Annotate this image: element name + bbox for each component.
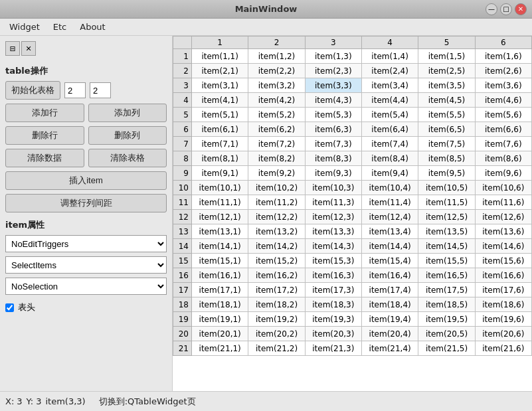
cell-16-1[interactable]: item(16,1) — [192, 268, 248, 283]
cell-18-4[interactable]: item(18,4) — [361, 297, 418, 312]
cell-10-3[interactable]: item(10,3) — [305, 181, 361, 195]
cell-10-2[interactable]: item(10,2) — [248, 181, 305, 195]
cell-2-5[interactable]: item(2,5) — [418, 64, 475, 78]
menu-about[interactable]: About — [73, 21, 112, 33]
cell-2-3[interactable]: item(2,3) — [305, 64, 361, 78]
cell-12-6[interactable]: item(12,6) — [475, 210, 531, 224]
init-table-button[interactable]: 初始化表格 — [5, 81, 60, 100]
cell-9-6[interactable]: item(9,6) — [475, 166, 531, 181]
cell-14-3[interactable]: item(14,3) — [305, 239, 361, 254]
cell-3-6[interactable]: item(3,6) — [475, 78, 531, 93]
cell-8-2[interactable]: item(8,2) — [248, 151, 305, 166]
cell-3-2[interactable]: item(3,2) — [248, 78, 305, 93]
adjust-spacing-button[interactable]: 调整行列间距 — [5, 194, 167, 212]
cell-7-4[interactable]: item(7,4) — [361, 137, 418, 151]
cell-6-4[interactable]: item(6,4) — [361, 122, 418, 137]
maximize-button[interactable]: □ — [500, 3, 512, 15]
cell-5-6[interactable]: item(5,6) — [475, 108, 531, 122]
cell-19-3[interactable]: item(19,3) — [305, 312, 361, 327]
cell-1-3[interactable]: item(1,3) — [305, 49, 361, 64]
cell-18-2[interactable]: item(18,2) — [248, 297, 305, 312]
menu-etc[interactable]: Etc — [46, 21, 73, 33]
add-col-button[interactable]: 添加列 — [88, 104, 167, 122]
cell-9-4[interactable]: item(9,4) — [361, 166, 418, 181]
cell-16-5[interactable]: item(16,5) — [418, 268, 475, 283]
cell-14-5[interactable]: item(14,5) — [418, 239, 475, 254]
cell-19-5[interactable]: item(19,5) — [418, 312, 475, 327]
cell-15-2[interactable]: item(15,2) — [248, 254, 305, 268]
cell-19-2[interactable]: item(19,2) — [248, 312, 305, 327]
edit-triggers-dropdown[interactable]: NoEditTriggers AllEditTriggers DoubleCli… — [5, 235, 167, 252]
cell-4-6[interactable]: item(4,6) — [475, 93, 531, 108]
cell-7-5[interactable]: item(7,5) — [418, 137, 475, 151]
cell-11-6[interactable]: item(11,6) — [475, 195, 531, 210]
cell-19-6[interactable]: item(19,6) — [475, 312, 531, 327]
insert-item-button[interactable]: 插入item — [5, 171, 167, 190]
cell-11-1[interactable]: item(11,1) — [192, 195, 248, 210]
cell-9-5[interactable]: item(9,5) — [418, 166, 475, 181]
cell-21-2[interactable]: item(21,2) — [248, 341, 305, 356]
table-scroll-container[interactable]: 123456 1item(1,1)item(1,2)item(1,3)item(… — [173, 36, 532, 391]
del-col-button[interactable]: 删除列 — [88, 126, 167, 145]
cell-3-3[interactable]: item(3,3) — [305, 78, 361, 93]
cell-14-2[interactable]: item(14,2) — [248, 239, 305, 254]
cell-20-5[interactable]: item(20,5) — [418, 327, 475, 341]
cell-2-4[interactable]: item(2,4) — [361, 64, 418, 78]
cell-1-2[interactable]: item(1,2) — [248, 49, 305, 64]
cell-3-5[interactable]: item(3,5) — [418, 78, 475, 93]
cell-10-6[interactable]: item(10,6) — [475, 181, 531, 195]
cell-20-2[interactable]: item(20,2) — [248, 327, 305, 341]
cell-8-6[interactable]: item(8,6) — [475, 151, 531, 166]
cell-12-1[interactable]: item(12,1) — [192, 210, 248, 224]
cell-2-1[interactable]: item(2,1) — [192, 64, 248, 78]
cell-13-3[interactable]: item(13,3) — [305, 224, 361, 239]
cell-5-3[interactable]: item(5,3) — [305, 108, 361, 122]
cell-18-1[interactable]: item(18,1) — [192, 297, 248, 312]
cell-15-5[interactable]: item(15,5) — [418, 254, 475, 268]
clear-data-button[interactable]: 清除数据 — [5, 149, 84, 167]
cell-12-4[interactable]: item(12,4) — [361, 210, 418, 224]
close-button[interactable]: ✕ — [515, 3, 527, 15]
cell-12-2[interactable]: item(12,2) — [248, 210, 305, 224]
cell-6-6[interactable]: item(6,6) — [475, 122, 531, 137]
cell-15-6[interactable]: item(15,6) — [475, 254, 531, 268]
cell-9-3[interactable]: item(9,3) — [305, 166, 361, 181]
cell-17-3[interactable]: item(17,3) — [305, 283, 361, 297]
cell-12-5[interactable]: item(12,5) — [418, 210, 475, 224]
cell-2-6[interactable]: item(2,6) — [475, 64, 531, 78]
cell-5-1[interactable]: item(5,1) — [192, 108, 248, 122]
cell-9-2[interactable]: item(9,2) — [248, 166, 305, 181]
cell-16-3[interactable]: item(16,3) — [305, 268, 361, 283]
cell-2-2[interactable]: item(2,2) — [248, 64, 305, 78]
init-col-spinner[interactable] — [90, 82, 111, 98]
cell-18-6[interactable]: item(18,6) — [475, 297, 531, 312]
cell-8-1[interactable]: item(8,1) — [192, 151, 248, 166]
cell-6-2[interactable]: item(6,2) — [248, 122, 305, 137]
cell-10-5[interactable]: item(10,5) — [418, 181, 475, 195]
cell-18-5[interactable]: item(18,5) — [418, 297, 475, 312]
cell-21-3[interactable]: item(21,3) — [305, 341, 361, 356]
cell-7-6[interactable]: item(7,6) — [475, 137, 531, 151]
cell-13-4[interactable]: item(13,4) — [361, 224, 418, 239]
cell-11-5[interactable]: item(11,5) — [418, 195, 475, 210]
cell-19-4[interactable]: item(19,4) — [361, 312, 418, 327]
select-behavior-dropdown[interactable]: SelectItems SelectRows SelectColumns — [5, 256, 167, 274]
cell-21-1[interactable]: item(21,1) — [192, 341, 248, 356]
cell-13-5[interactable]: item(13,5) — [418, 224, 475, 239]
cell-14-6[interactable]: item(14,6) — [475, 239, 531, 254]
cell-17-2[interactable]: item(17,2) — [248, 283, 305, 297]
cell-13-2[interactable]: item(13,2) — [248, 224, 305, 239]
cell-21-6[interactable]: item(21,6) — [475, 341, 531, 356]
cell-11-3[interactable]: item(11,3) — [305, 195, 361, 210]
cell-8-5[interactable]: item(8,5) — [418, 151, 475, 166]
init-row-spinner[interactable] — [64, 82, 86, 98]
cell-3-1[interactable]: item(3,1) — [192, 78, 248, 93]
toolbar-icon1[interactable]: ⊟ — [5, 41, 20, 56]
cell-1-1[interactable]: item(1,1) — [192, 49, 248, 64]
del-row-button[interactable]: 删除行 — [5, 126, 84, 145]
cell-17-5[interactable]: item(17,5) — [418, 283, 475, 297]
cell-21-5[interactable]: item(21,5) — [418, 341, 475, 356]
cell-20-3[interactable]: item(20,3) — [305, 327, 361, 341]
cell-21-4[interactable]: item(21,4) — [361, 341, 418, 356]
cell-5-5[interactable]: item(5,5) — [418, 108, 475, 122]
